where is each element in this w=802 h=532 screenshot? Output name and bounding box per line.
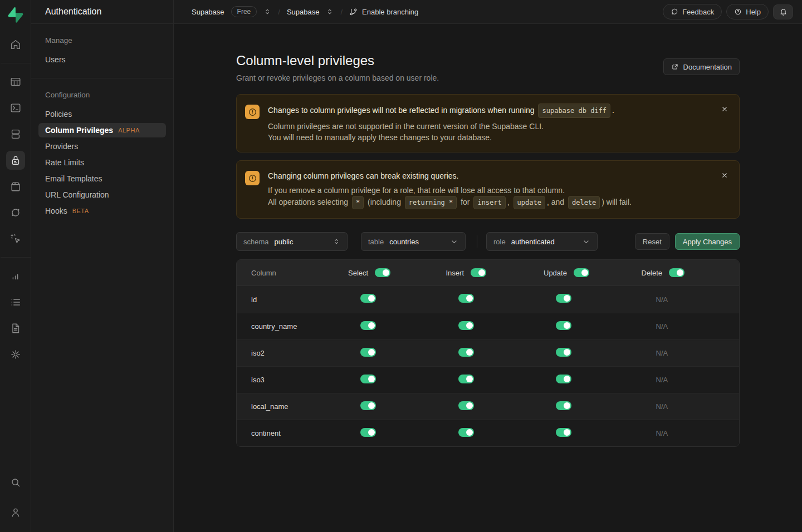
column-header: Column bbox=[237, 269, 348, 277]
reset-button[interactable]: Reset bbox=[635, 233, 669, 250]
home-icon[interactable] bbox=[6, 35, 25, 54]
user-icon[interactable] bbox=[6, 503, 25, 522]
storage-icon[interactable] bbox=[6, 177, 25, 196]
close-icon[interactable] bbox=[717, 101, 732, 117]
insert-toggle[interactable] bbox=[458, 401, 474, 410]
select-header: Select bbox=[348, 268, 446, 277]
schema-select[interactable]: schema public bbox=[236, 232, 348, 251]
banner-title: Changes to column privileges will not be… bbox=[268, 104, 614, 118]
select-all-toggle[interactable] bbox=[375, 268, 390, 277]
table-row: iso2N/A bbox=[237, 339, 739, 366]
select-cell bbox=[348, 375, 446, 386]
insert-cell bbox=[446, 375, 544, 386]
update-cell bbox=[544, 294, 642, 305]
sidebar-item-label: Column Privileges bbox=[45, 126, 113, 135]
chevrons-up-down-icon[interactable] bbox=[326, 8, 334, 16]
sidebar-title-bar: Authentication bbox=[31, 0, 174, 24]
help-button[interactable]: Help bbox=[726, 4, 769, 19]
update-toggle[interactable] bbox=[556, 375, 571, 383]
sidebar-nav: ManageUsersConfigurationPoliciesColumn P… bbox=[31, 24, 174, 532]
enable-branching-button[interactable]: Enable branching bbox=[349, 8, 418, 16]
table-header-row: Column SelectInsertUpdateDelete bbox=[237, 260, 739, 286]
update-toggle[interactable] bbox=[556, 428, 571, 437]
insert-toggle[interactable] bbox=[458, 348, 474, 357]
sidebar-divider bbox=[31, 78, 173, 78]
edge-functions-icon[interactable] bbox=[6, 203, 25, 222]
update-cell bbox=[544, 348, 642, 359]
header-actions: Feedback Help bbox=[663, 4, 793, 19]
column-name: id bbox=[237, 295, 348, 304]
sidebar-item-url-configuration[interactable]: URL Configuration bbox=[38, 188, 166, 202]
database-icon[interactable] bbox=[6, 125, 25, 144]
insert-all-toggle[interactable] bbox=[471, 268, 486, 277]
apply-changes-button[interactable]: Apply Changes bbox=[675, 233, 740, 250]
select-toggle[interactable] bbox=[360, 348, 376, 357]
delete-not-applicable: N/A bbox=[642, 376, 740, 384]
insert-toggle[interactable] bbox=[458, 428, 474, 437]
sql-editor-icon[interactable] bbox=[6, 98, 25, 117]
code-chip: * bbox=[352, 196, 364, 209]
settings-icon[interactable] bbox=[6, 345, 25, 364]
update-toggle[interactable] bbox=[556, 294, 571, 303]
sidebar-item-rate-limits[interactable]: Rate Limits bbox=[38, 155, 166, 170]
insert-cell bbox=[446, 348, 544, 359]
text-segment: for bbox=[458, 198, 472, 206]
select-toggle[interactable] bbox=[360, 321, 376, 330]
table-select[interactable]: table countries bbox=[361, 232, 466, 251]
privilege-label: Delete bbox=[642, 269, 663, 277]
feedback-button[interactable]: Feedback bbox=[663, 4, 722, 19]
select-toggle[interactable] bbox=[360, 294, 376, 303]
update-toggle[interactable] bbox=[556, 321, 571, 330]
breadcrumb-org[interactable]: Supabase bbox=[192, 8, 224, 16]
logs-icon[interactable] bbox=[6, 293, 25, 312]
banner-line: You will need to manually apply these ch… bbox=[268, 132, 614, 143]
breadcrumb-project[interactable]: Supabase bbox=[287, 8, 320, 16]
page-subtitle: Grant or revoke privileges on a column b… bbox=[236, 73, 439, 82]
text-segment: (including bbox=[365, 198, 403, 206]
realtime-icon[interactable] bbox=[6, 229, 25, 248]
insert-cell bbox=[446, 321, 544, 332]
feedback-label: Feedback bbox=[682, 8, 714, 16]
select-toggle[interactable] bbox=[360, 428, 376, 437]
documentation-button[interactable]: Documentation bbox=[663, 58, 740, 75]
chevrons-up-down-icon[interactable] bbox=[263, 8, 271, 16]
insert-toggle[interactable] bbox=[458, 294, 474, 303]
code-chip: update bbox=[514, 196, 545, 209]
column-name: local_name bbox=[237, 402, 348, 411]
sidebar-item-providers[interactable]: Providers bbox=[38, 139, 166, 154]
sidebar-item-email-templates[interactable]: Email Templates bbox=[38, 171, 166, 186]
code-chip: delete bbox=[568, 196, 600, 209]
sidebar-item-users[interactable]: Users bbox=[38, 52, 166, 67]
api-docs-icon[interactable] bbox=[6, 319, 25, 338]
insert-toggle[interactable] bbox=[458, 375, 474, 383]
insert-cell bbox=[446, 294, 544, 305]
table-row: idN/A bbox=[237, 286, 739, 313]
sidebar-item-label: Providers bbox=[45, 142, 78, 151]
select-toggle[interactable] bbox=[360, 375, 376, 383]
chevrons-up-down-icon bbox=[332, 238, 340, 245]
insert-toggle[interactable] bbox=[458, 321, 474, 330]
search-icon[interactable] bbox=[6, 473, 25, 492]
sidebar-item-column-privileges[interactable]: Column PrivilegesALPHA bbox=[38, 123, 166, 137]
update-toggle[interactable] bbox=[556, 348, 571, 357]
alpha-badge: ALPHA bbox=[118, 127, 140, 134]
table-value: countries bbox=[389, 238, 419, 246]
notifications-button[interactable] bbox=[773, 4, 793, 19]
reports-icon[interactable] bbox=[6, 267, 25, 285]
select-toggle[interactable] bbox=[360, 401, 376, 410]
update-cell bbox=[544, 401, 642, 412]
close-icon[interactable] bbox=[717, 168, 732, 183]
update-all-toggle[interactable] bbox=[574, 268, 589, 277]
supabase-logo[interactable] bbox=[8, 7, 23, 23]
sidebar-item-policies[interactable]: Policies bbox=[38, 107, 166, 121]
authentication-icon[interactable] bbox=[6, 151, 25, 170]
break-queries-warning-banner: Changing column privileges can break exi… bbox=[236, 160, 740, 219]
update-toggle[interactable] bbox=[556, 401, 571, 410]
table-editor-icon[interactable] bbox=[6, 72, 25, 91]
role-select[interactable]: role authenticated bbox=[486, 232, 598, 251]
text-segment: ) will fail. bbox=[602, 198, 632, 206]
sidebar-item-hooks[interactable]: HooksBETA bbox=[38, 204, 166, 218]
select-cell bbox=[348, 348, 446, 359]
insert-header: Insert bbox=[446, 268, 544, 277]
delete-all-toggle[interactable] bbox=[669, 268, 684, 277]
